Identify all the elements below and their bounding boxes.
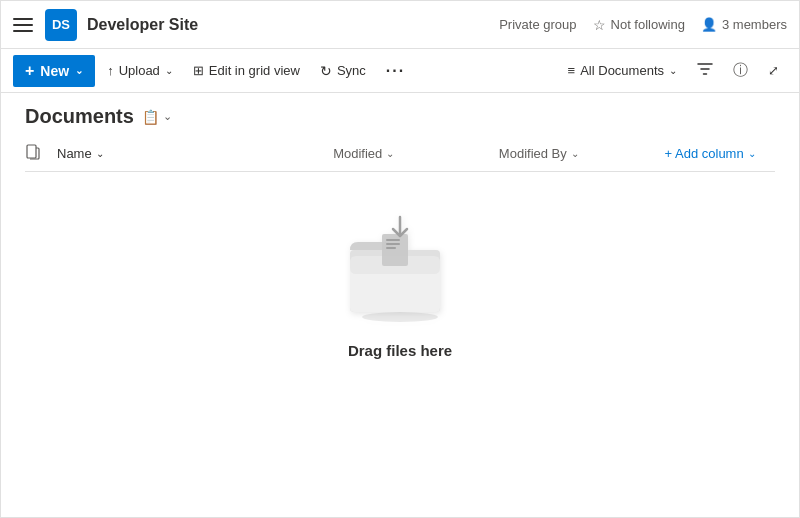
edit-grid-label: Edit in grid view [209,63,300,78]
view-icon: 📋 [142,109,159,125]
add-col-chevron-icon: ⌄ [748,148,756,159]
header-actions: Private group Not following 3 members [499,17,787,33]
info-button[interactable]: ⓘ [725,55,756,87]
not-following-item[interactable]: Not following [593,17,685,33]
modified-sort-icon: ⌄ [386,148,394,159]
col-add-label: + Add column [665,146,744,161]
edit-grid-button[interactable]: ⊞ Edit in grid view [185,55,308,87]
members-item[interactable]: 3 members [701,17,787,32]
toolbar-right: ≡ All Documents ⌄ ⓘ ⤢ [560,55,787,87]
svg-rect-4 [382,234,408,266]
col-name-header[interactable]: Name ⌄ [57,146,333,161]
svg-rect-5 [386,239,400,241]
expand-button[interactable]: ⤢ [760,55,787,87]
expand-icon: ⤢ [768,63,779,78]
upload-icon: ↑ [107,63,114,78]
upload-chevron-icon: ⌄ [165,65,173,76]
col-add-header[interactable]: + Add column ⌄ [665,146,775,161]
svg-rect-6 [386,243,400,245]
page-header: Documents 📋 ⌄ [1,93,799,136]
toolbar: + New ⌄ ↑ Upload ⌄ ⊞ Edit in grid view ↻… [1,49,799,93]
view-chevron-icon: ⌄ [163,110,172,123]
all-docs-icon: ≡ [568,63,576,78]
sync-label: Sync [337,63,366,78]
upload-label: Upload [119,63,160,78]
col-modified-by-header[interactable]: Modified By ⌄ [499,146,665,161]
filter-button[interactable] [689,55,721,87]
new-chevron-icon: ⌄ [75,65,83,76]
all-documents-label: All Documents [580,63,664,78]
person-icon [701,17,717,32]
page-title: Documents [25,105,134,128]
table-container: Name ⌄ Modified ⌄ Modified By ⌄ + Add co… [1,136,799,172]
new-label: New [40,63,69,79]
not-following-label: Not following [611,17,685,32]
name-sort-icon: ⌄ [96,148,104,159]
private-group-label: Private group [499,17,576,32]
hamburger-menu[interactable] [13,15,33,35]
grid-icon: ⊞ [193,63,204,78]
drag-files-text: Drag files here [348,342,452,359]
upload-button[interactable]: ↑ Upload ⌄ [99,55,181,87]
info-icon: ⓘ [733,61,748,80]
folder-illustration [340,212,460,322]
svg-rect-7 [386,247,396,249]
plus-icon: + [25,62,34,80]
site-title: Developer Site [87,16,499,34]
new-button[interactable]: + New ⌄ [13,55,95,87]
col-modified-by-label: Modified By [499,146,567,161]
more-icon: ··· [386,62,405,80]
svg-rect-0 [27,145,36,158]
col-name-label: Name [57,146,92,161]
col-modified-header[interactable]: Modified ⌄ [333,146,499,161]
empty-state: Drag files here [1,172,799,379]
table-header: Name ⌄ Modified ⌄ Modified By ⌄ + Add co… [25,136,775,172]
view-toggle[interactable]: 📋 ⌄ [142,109,172,125]
modified-by-sort-icon: ⌄ [571,148,579,159]
filter-icon [697,61,713,80]
star-icon [593,17,606,33]
site-logo: DS [45,9,77,41]
sync-button[interactable]: ↻ Sync [312,55,374,87]
col-modified-label: Modified [333,146,382,161]
app-header: DS Developer Site Private group Not foll… [1,1,799,49]
all-documents-button[interactable]: ≡ All Documents ⌄ [560,55,685,87]
sync-icon: ↻ [320,63,332,79]
svg-point-1 [362,312,438,322]
all-docs-chevron-icon: ⌄ [669,65,677,76]
col-icon-header [25,144,57,163]
more-button[interactable]: ··· [378,55,413,87]
members-label: 3 members [722,17,787,32]
private-group-item[interactable]: Private group [499,17,576,32]
